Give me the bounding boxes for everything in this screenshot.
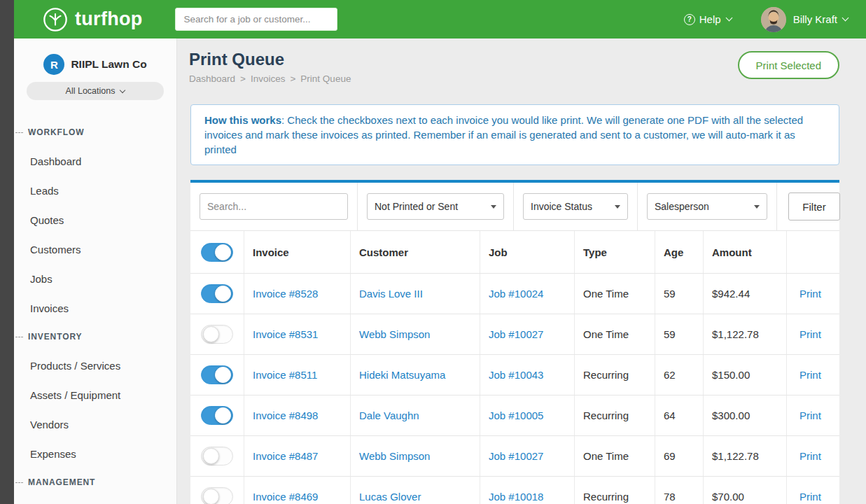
caret-down-icon (491, 205, 496, 209)
age-cell: 78 (655, 477, 704, 504)
row-select-toggle[interactable] (201, 487, 233, 504)
sidebar-item-expenses[interactable]: Expenses (14, 439, 176, 468)
breadcrumb-invoices[interactable]: Invoices (251, 74, 286, 84)
queue-search-input[interactable] (200, 193, 348, 220)
sidebar-item-customers[interactable]: Customers (14, 234, 176, 264)
invoice-link[interactable]: Invoice #8531 (253, 328, 318, 340)
caret-down-icon (615, 205, 620, 209)
info-box-text: : Check the checkboxes next to each invo… (204, 114, 803, 155)
row-select-toggle[interactable] (201, 325, 233, 344)
invoice-link[interactable]: Invoice #8498 (253, 410, 318, 421)
sidebar-item-invoices[interactable]: Invoices (14, 293, 176, 323)
sidebar-item-jobs[interactable]: Jobs (14, 264, 176, 293)
printed-status-select[interactable]: Not Printed or Sent (367, 193, 504, 220)
section-dashes-icon (15, 482, 23, 483)
filter-row: Not Printed or Sent Invoice Status (190, 183, 839, 231)
sidebar-item-quotes[interactable]: Quotes (14, 205, 176, 234)
job-link[interactable]: Job #10018 (489, 491, 543, 503)
job-link[interactable]: Job #10027 (489, 328, 543, 340)
toggle-knob (215, 367, 231, 383)
select-all-cell (190, 231, 244, 273)
customer-link[interactable]: Dale Vaughn (359, 410, 419, 421)
print-link[interactable]: Print (799, 491, 821, 503)
print-link[interactable]: Print (799, 328, 821, 340)
invoice-link[interactable]: Invoice #8511 (253, 369, 317, 381)
app-root: turfhop ? Help (0, 0, 866, 504)
table-row: Invoice #8531 Webb Simpson Job #10027 On… (190, 314, 839, 355)
job-link[interactable]: Job #10043 (489, 369, 543, 381)
customer-link[interactable]: Davis Love III (359, 288, 423, 300)
print-link[interactable]: Print (799, 288, 821, 300)
nav-section-reports: REPORTS (14, 496, 176, 504)
topbar: turfhop ? Help (14, 0, 866, 38)
row-select-toggle[interactable] (201, 447, 233, 465)
amount-cell: $150.00 (704, 355, 787, 395)
company-name: RIIPL Lawn Co (71, 58, 146, 71)
customer-link[interactable]: Hideki Matsuyama (359, 369, 445, 381)
customer-link[interactable]: Webb Simpson (359, 328, 430, 340)
header-job: Job (480, 231, 575, 273)
company-block: R RIIPL Lawn Co All Locations (14, 38, 176, 100)
toggle-knob (203, 489, 219, 504)
company-switcher[interactable]: R RIIPL Lawn Co (14, 54, 176, 75)
global-search-input[interactable] (175, 8, 337, 31)
section-dashes-icon (15, 132, 23, 133)
left-edge-strip (0, 0, 14, 504)
print-selected-button[interactable]: Print Selected (738, 51, 839, 79)
row-select-cell (190, 314, 244, 354)
sidebar-item-dashboard[interactable]: Dashboard (14, 146, 176, 176)
print-link[interactable]: Print (799, 410, 821, 421)
print-link[interactable]: Print (799, 450, 821, 462)
content-row: R RIIPL Lawn Co All Locations WORKFLOW D… (14, 38, 866, 504)
customer-link[interactable]: Webb Simpson (359, 450, 430, 462)
help-icon: ? (684, 14, 695, 25)
sidebar-item-products-services[interactable]: Products / Services (14, 351, 176, 380)
row-select-toggle[interactable] (201, 365, 233, 384)
section-dashes-icon (15, 337, 23, 337)
user-menu[interactable]: Billy Kraft (761, 7, 848, 32)
salesperson-select[interactable]: Salesperson (647, 193, 767, 220)
age-cell: 59 (655, 274, 704, 314)
brand-logo[interactable]: turfhop (42, 6, 143, 33)
amount-cell: $1,122.78 (704, 436, 787, 476)
header-amount: Amount (704, 231, 787, 273)
toggle-knob (215, 286, 231, 302)
help-menu[interactable]: ? Help (684, 13, 732, 25)
filter-search-cell (190, 183, 358, 230)
print-link[interactable]: Print (799, 369, 821, 381)
page-header: Print Queue Dashboard > Invoices > Print… (189, 50, 839, 84)
invoice-link[interactable]: Invoice #8469 (253, 491, 318, 503)
info-box-title: How this works (204, 114, 281, 126)
row-select-toggle[interactable] (201, 284, 233, 303)
row-select-cell (190, 477, 244, 504)
invoice-status-value: Invoice Status (531, 201, 592, 212)
app-main: turfhop ? Help (14, 0, 866, 504)
caret-down-icon (754, 205, 760, 209)
filter-button[interactable]: Filter (788, 192, 840, 220)
salesperson-value: Salesperson (655, 201, 709, 212)
sidebar-item-assets-equipment[interactable]: Assets / Equipment (14, 380, 176, 410)
row-select-cell (190, 355, 244, 395)
customer-link[interactable]: Lucas Glover (359, 491, 421, 503)
sprinkler-logo-icon (42, 6, 69, 33)
invoice-link[interactable]: Invoice #8528 (253, 288, 318, 300)
filter-button-cell: Filter (777, 183, 849, 230)
select-all-toggle[interactable] (201, 243, 233, 262)
sidebar-item-vendors[interactable]: Vendors (14, 410, 176, 439)
row-select-cell (190, 396, 244, 435)
locations-label: All Locations (66, 86, 116, 96)
type-cell: Recurring (575, 355, 655, 395)
job-link[interactable]: Job #10027 (489, 450, 543, 462)
invoice-status-select[interactable]: Invoice Status (523, 193, 628, 220)
job-link[interactable]: Job #10024 (489, 288, 543, 300)
sidebar-item-leads[interactable]: Leads (14, 176, 176, 205)
breadcrumb: Dashboard > Invoices > Print Queue (189, 74, 351, 84)
type-cell: Recurring (575, 396, 655, 435)
breadcrumb-dashboard[interactable]: Dashboard (189, 74, 235, 84)
age-cell: 59 (655, 314, 704, 354)
invoice-link[interactable]: Invoice #8487 (253, 450, 318, 462)
locations-dropdown[interactable]: All Locations (27, 82, 164, 100)
header-invoice: Invoice (244, 231, 351, 273)
job-link[interactable]: Job #10005 (489, 410, 543, 421)
row-select-toggle[interactable] (201, 406, 233, 425)
